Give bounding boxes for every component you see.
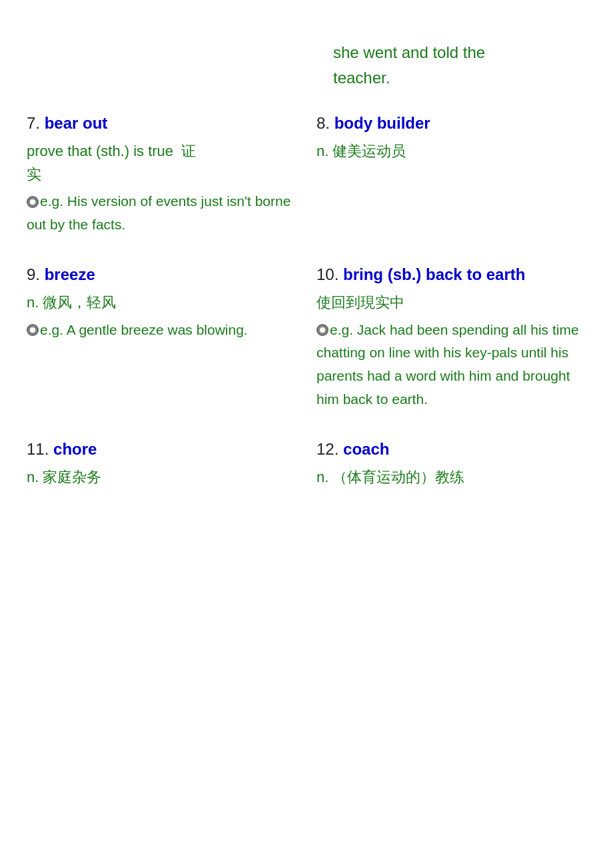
entry-10-title: 10. bring (sb.) back to earth	[316, 263, 586, 287]
example-icon-10	[316, 324, 328, 336]
entry-8-title: 8. body builder	[316, 111, 586, 135]
entry-12-title: 12. coach	[316, 437, 586, 461]
entry-11-num: 11.	[27, 440, 53, 458]
entry-10-example: e.g. Jack had been spending all his time…	[316, 319, 586, 411]
entry-7-num: 7.	[27, 114, 45, 132]
entry-10: 10. bring (sb.) back to earth 使回到現实中 e.g…	[316, 263, 586, 411]
entry-11-term: chore	[53, 440, 97, 458]
entry-7-title: 7. bear out	[27, 111, 297, 135]
intro-line1: she went and told the	[333, 40, 586, 65]
entry-8-term: body builder	[334, 114, 430, 132]
example-icon-7	[27, 196, 39, 208]
entry-11-title: 11. chore	[27, 437, 297, 461]
entry-10-term: bring (sb.) back to earth	[343, 265, 525, 283]
entry-9-term: breeze	[45, 265, 95, 283]
entry-7-example: e.g. His version of events just isn't bo…	[27, 190, 297, 236]
entry-7-def: prove that (sth.) is true 证实	[27, 139, 297, 186]
entry-9-def: n. 微风，轻风	[27, 291, 297, 314]
entry-8: 8. body builder n. 健美运动员	[316, 111, 586, 237]
intro-line2: teacher.	[333, 65, 586, 91]
row-11-12: 11. chore n. 家庭杂务 12. coach n. （体育运动的）教练	[27, 437, 586, 506]
entry-9-title: 9. breeze	[27, 263, 297, 287]
row-7-8: 7. bear out prove that (sth.) is true 证实…	[27, 111, 586, 250]
entry-12-def: n. （体育运动的）教练	[316, 465, 586, 489]
entry-8-num: 8.	[316, 114, 334, 132]
entry-9-example: e.g. A gentle breeze was blowing.	[27, 319, 297, 342]
intro-text: she went and told the teacher.	[333, 40, 586, 91]
entry-10-num: 10.	[316, 265, 343, 283]
entry-9-num: 9.	[27, 265, 45, 283]
entry-12-term: coach	[343, 440, 389, 458]
entry-12-num: 12.	[316, 440, 343, 458]
entry-7-term: bear out	[45, 114, 108, 132]
entry-10-def: 使回到現实中	[316, 291, 586, 314]
example-icon-9	[27, 324, 39, 336]
page: she went and told the teacher. 7. bear o…	[27, 40, 586, 506]
entry-8-def: n. 健美运动员	[316, 139, 586, 163]
entry-11-def: n. 家庭杂务	[27, 465, 297, 489]
entry-11: 11. chore n. 家庭杂务	[27, 437, 297, 493]
entry-9: 9. breeze n. 微风，轻风 e.g. A gentle breeze …	[27, 263, 297, 411]
row-9-10: 9. breeze n. 微风，轻风 e.g. A gentle breeze …	[27, 263, 586, 424]
entry-12: 12. coach n. （体育运动的）教练	[316, 437, 586, 493]
entry-7: 7. bear out prove that (sth.) is true 证实…	[27, 111, 297, 237]
